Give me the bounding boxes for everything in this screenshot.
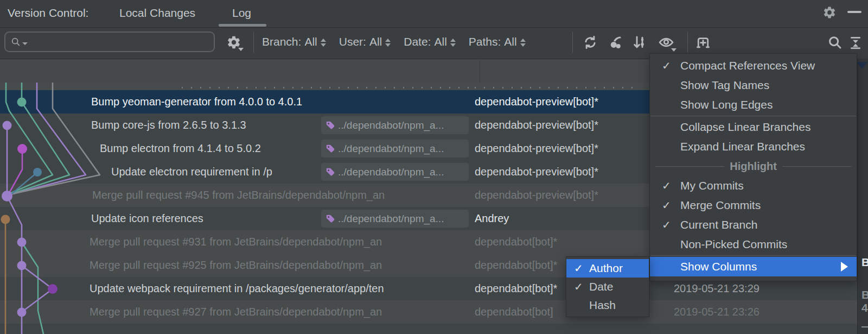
user-filter-value: All (369, 35, 382, 48)
tool-window-header: Version Control: Local Changes Log (0, 0, 868, 28)
tag-label: ../dependabot/npm_a... (338, 119, 444, 131)
collapse-icon[interactable] (847, 34, 864, 51)
commit-author: dependabot-preview[bot]* (475, 90, 649, 114)
menu-item-merge-commits[interactable]: ✓ Merge Commits (650, 196, 857, 215)
branch-tag-chip[interactable]: ../dependabot/npm_a... (321, 210, 469, 228)
chevron-down-icon (671, 48, 676, 52)
menu-group-highlight: Highlight (650, 156, 857, 176)
commit-message: Merge pull request #931 from JetBrains/d… (90, 230, 472, 254)
menu-item-current-branch[interactable]: ✓ Current Branch (650, 215, 857, 235)
paths-filter-value: All (504, 35, 516, 48)
menu-item-show-tag-names[interactable]: Show Tag Names (650, 75, 857, 95)
commit-author: dependabot-preview[bot]* (475, 114, 649, 137)
refresh-icon[interactable] (582, 34, 598, 51)
commit-date: 2019-05-21 23:26 (674, 300, 760, 324)
branch-filter-value: All (304, 35, 317, 48)
commit-author: dependabot-preview[bot]* (475, 137, 649, 160)
minimize-icon[interactable] (847, 11, 861, 13)
menu-item-collapse-linear-branches[interactable]: Collapse Linear Branches (650, 117, 857, 137)
date-filter-label: Date: (404, 35, 431, 48)
spinner-arrows-icon (450, 39, 456, 47)
user-filter-label: User: (339, 35, 366, 48)
paths-filter-label: Paths: (469, 35, 501, 48)
menu-item-show-long-edges[interactable]: Show Long Edges (650, 95, 857, 115)
chevron-down-icon (238, 48, 244, 51)
submenu-item-hash[interactable]: Hash (566, 296, 649, 314)
check-icon: ✓ (574, 280, 589, 293)
commit-row[interactable]: Merge pull request #927 from JetBrains/d… (0, 300, 857, 324)
eye-icon[interactable] (658, 34, 674, 51)
menu-separator (650, 255, 856, 256)
tag-icon (326, 144, 335, 154)
check-icon: ✓ (574, 262, 589, 275)
branch-filter-label: Branch: (262, 35, 301, 48)
menu-item-compact-references-view[interactable]: ✓ Compact References View (650, 56, 857, 75)
tag-icon (326, 121, 335, 130)
patch-plus-icon[interactable] (695, 34, 711, 51)
search-icon (11, 37, 21, 47)
menu-item-non-picked-commits[interactable]: Non-Picked Commits (650, 235, 857, 254)
menu-separator (650, 116, 856, 116)
search-input[interactable] (4, 31, 215, 52)
user-filter[interactable]: User: All (339, 35, 391, 48)
clipped-text-fragment: B (861, 288, 868, 301)
clipped-text-fragment: B (861, 256, 868, 269)
commit-message: Bump electron from 4.1.4 to 5.0.2 (100, 137, 318, 160)
commit-message: Merge pull request #945 from JetBrains/d… (92, 184, 472, 207)
check-icon: ✓ (662, 199, 680, 212)
toolbar-separator (572, 32, 573, 53)
commit-message: Bump yeoman-generator from 4.0.0 to 4.0.… (91, 90, 468, 114)
submenu-item-date[interactable]: ✓ Date (566, 278, 649, 296)
commit-message: Merge pull request #927 from JetBrains/d… (90, 300, 472, 324)
submenu-item-author[interactable]: ✓ Author (566, 259, 649, 278)
search-history-arrow-icon[interactable] (22, 42, 28, 45)
commit-message: Update icon references (91, 207, 318, 230)
menu-item-expand-linear-branches[interactable]: Expand Linear Branches (650, 137, 857, 156)
spinner-arrows-icon (385, 39, 391, 47)
check-icon: ✓ (662, 59, 680, 72)
gear-icon[interactable] (822, 5, 837, 20)
tag-label: ../dependabot/npm_a... (338, 143, 444, 155)
active-tab-underline (219, 24, 266, 27)
branch-tag-chip[interactable]: ../dependabot/npm_a... (321, 163, 469, 181)
spinner-arrows-icon (321, 39, 326, 47)
branch-filter[interactable]: Branch: All (262, 35, 326, 48)
clipped-text-fragment: 4 (861, 301, 868, 314)
sort-icon[interactable] (631, 34, 648, 51)
check-icon: ✓ (662, 218, 680, 231)
commit-message: Merge pull request #925 from JetBrains/d… (90, 254, 472, 277)
search-icon[interactable] (827, 34, 843, 51)
commit-message: Bump core-js from 2.6.5 to 3.1.3 (91, 114, 318, 137)
menu-item-my-commits[interactable]: ✓ My Commits (650, 176, 857, 196)
commit-message: Update electron requirement in /p (111, 160, 319, 184)
presentation-settings-menu: ✓ Compact References View Show Tag Names… (649, 53, 857, 281)
date-filter[interactable]: Date: All (404, 35, 456, 48)
tab-log[interactable]: Log (232, 7, 251, 20)
toolbar-separator (687, 32, 688, 53)
search-settings-gear-icon[interactable] (226, 35, 241, 50)
submenu-arrow-icon (841, 262, 848, 272)
paths-filter[interactable]: Paths: All (469, 35, 526, 48)
commit-author: dependabot-preview[bot]* (475, 184, 649, 207)
branch-tag-chip[interactable]: ../dependabot/npm_a... (321, 116, 469, 134)
column-divider[interactable] (480, 60, 480, 83)
details-panel-edge: B B 4 — (857, 59, 868, 334)
commit-message: Update webpack requirement in /packages/… (90, 277, 472, 300)
cherry-pick-icon[interactable] (608, 34, 624, 51)
triangle-down-icon (857, 62, 867, 69)
check-icon: ✓ (662, 179, 680, 192)
commit-author: dependabot[bot]* (475, 230, 649, 254)
clipped-text-fragment: — (861, 319, 868, 332)
tab-local-changes[interactable]: Local Changes (119, 7, 195, 20)
toolbar-separator (253, 32, 254, 53)
branch-tag-chip[interactable]: ../dependabot/npm_a... (321, 140, 469, 157)
spinner-arrows-icon (520, 39, 526, 47)
tool-window-title: Version Control: (8, 7, 88, 20)
commit-author: Andrey (475, 207, 649, 230)
tag-icon (326, 214, 335, 224)
date-filter-value: All (434, 35, 446, 48)
menu-item-show-columns[interactable]: Show Columns (650, 257, 857, 276)
tag-label: ../dependabot/npm_a... (338, 166, 444, 178)
tag-label: ../dependabot/npm_a... (338, 213, 444, 225)
show-columns-submenu: ✓ Author ✓ Date Hash (566, 256, 649, 317)
